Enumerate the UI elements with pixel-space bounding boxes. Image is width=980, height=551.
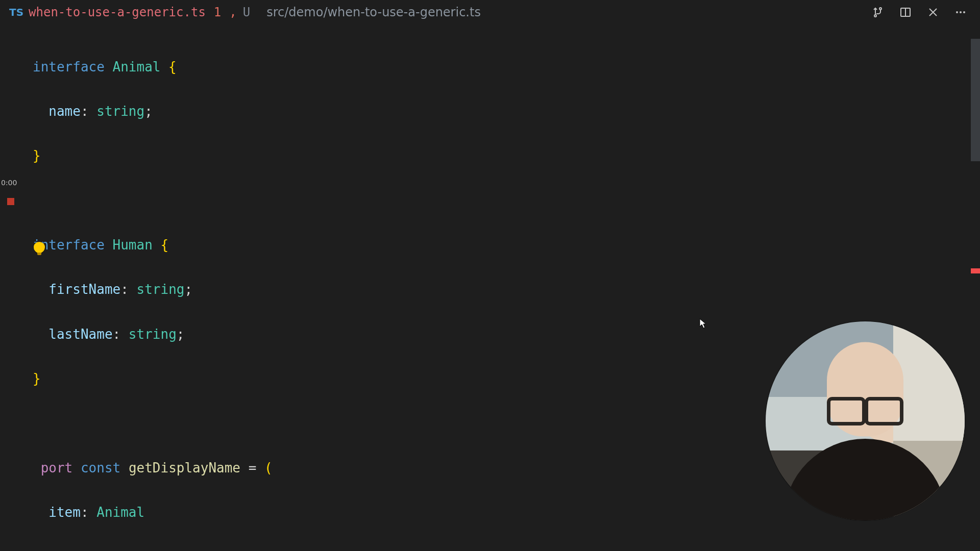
scrollbar[interactable] (971, 29, 980, 551)
split-editor-icon[interactable] (898, 5, 913, 19)
video-timestamp: 0:00 (1, 179, 17, 187)
recording-indicator-icon (7, 198, 14, 205)
type-animal: Animal (113, 59, 161, 74)
scrollbar-thumb[interactable] (971, 39, 980, 161)
file-tab[interactable]: TS when-to-use-a-generic.ts 1 , U (0, 0, 259, 24)
fn-getDisplayName: getDisplayName (129, 460, 240, 475)
svg-point-1 (879, 8, 881, 10)
mouse-cursor-icon (699, 316, 706, 327)
kw-export: port (41, 460, 73, 475)
svg-point-4 (960, 11, 962, 13)
tab-separator: , (229, 5, 236, 19)
type-human: Human (113, 237, 153, 253)
svg-point-0 (874, 15, 876, 17)
typescript-icon: TS (9, 6, 23, 18)
error-marker[interactable] (971, 268, 980, 273)
svg-point-5 (963, 11, 965, 13)
tab-git-status: U (243, 5, 250, 19)
tab-problem-count: 1 (214, 5, 221, 19)
svg-point-3 (956, 11, 958, 13)
editor-actions (871, 5, 976, 19)
editor-tab-bar: TS when-to-use-a-generic.ts 1 , U src/de… (0, 0, 980, 24)
breadcrumb[interactable]: src/demo/when-to-use-a-generic.ts (259, 5, 481, 19)
compare-changes-icon[interactable] (871, 5, 885, 19)
close-icon[interactable] (926, 5, 940, 19)
webcam-overlay (766, 321, 965, 520)
tab-filename: when-to-use-a-generic.ts (29, 5, 206, 19)
kw-interface: interface (33, 59, 105, 74)
more-actions-icon[interactable] (953, 5, 968, 19)
